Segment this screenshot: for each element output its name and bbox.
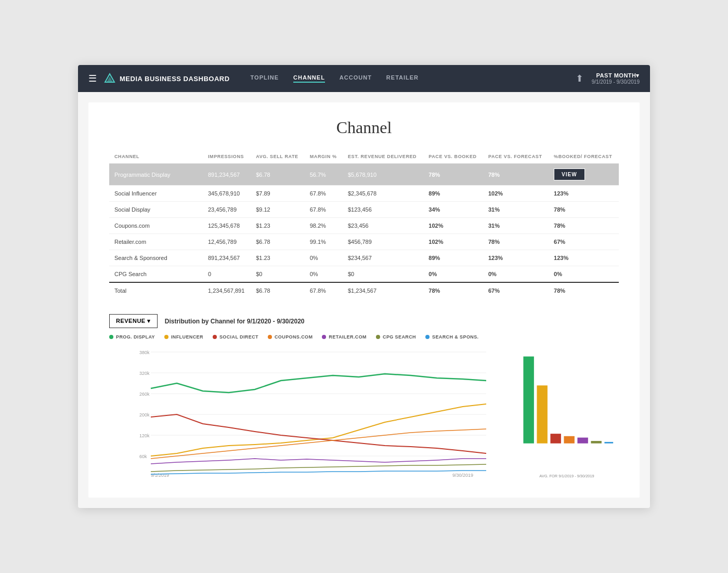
date-sub: 9/1/2019 - 9/30/2019 [592,79,640,85]
col-channel: CHANNEL [109,150,203,164]
app-container: ☰ MEDIA BUSINESS DASHBOARD TOPLINE CHANN… [78,65,650,508]
est-revenue: $5,678,910 [343,164,423,186]
pace-booked: 34% [423,202,483,218]
pace-forecast: 102% [483,186,549,202]
legend-label: SOCIAL DIRECT [219,334,258,340]
legend-dot [376,335,380,339]
col-est-revenue: EST. REVENUE DELIVERED [343,150,423,164]
svg-text:9/1/2019: 9/1/2019 [151,473,169,478]
impressions: 345,678,910 [203,186,251,202]
legend-dot [425,335,430,339]
distribution-label: Distribution by Channel for 9/1/2020 - 9… [165,318,305,325]
nav-channel[interactable]: CHANNEL [293,74,325,83]
pace-forecast: 123% [483,250,549,266]
view-btn-cell[interactable]: VIEW [549,164,619,186]
legend-item: SOCIAL DIRECT [213,334,258,340]
booked-forecast-cell: 0% [549,266,619,283]
export-icon[interactable]: ⬆ [576,73,583,84]
avg-sell-rate: $9.12 [251,202,304,218]
nav-account[interactable]: ACCOUNT [340,74,372,83]
margin: 0% [305,266,343,283]
line-chart-svg: 380k 320k 260k 200k 120k 60k 9/1/201 [109,347,504,482]
svg-rect-19 [564,436,574,444]
main-content: Channel CHANNEL IMPRESSIONS AVG. SELL RA… [88,102,640,498]
svg-rect-17 [537,385,547,443]
nav-right: ⬆ PAST MONTH▾ 9/1/2019 - 9/30/2019 [576,72,640,85]
svg-rect-20 [577,438,588,444]
pace-forecast: 31% [483,218,549,234]
svg-text:200k: 200k [139,412,150,418]
margin: 67.8% [305,186,343,202]
legend-label: RETAILER.COM [329,334,367,340]
est-revenue: $234,567 [343,250,423,266]
margin: 98.2% [305,218,343,234]
chart-legend: PROG. DISPLAY INFLUENCER SOCIAL DIRECT C… [109,334,619,340]
pace-booked: 102% [423,218,483,234]
legend-dot [213,335,217,339]
logo-icon [104,73,115,84]
pace-booked: 78% [423,282,483,298]
svg-rect-21 [591,441,601,444]
est-revenue: $23,456 [343,218,423,234]
booked-forecast-cell: 78% [549,218,619,234]
channel-name: Search & Sponsored [109,250,203,266]
col-margin: MARGIN % [305,150,343,164]
navbar: ☰ MEDIA BUSINESS DASHBOARD TOPLINE CHANN… [78,65,650,92]
date-range-display[interactable]: PAST MONTH▾ 9/1/2019 - 9/30/2019 [592,72,640,85]
channel-name: CPG Search [109,266,203,283]
impressions: 23,456,789 [203,202,251,218]
table-row: Total 1,234,567,891 $6.78 67.8% $1,234,5… [109,282,619,298]
impressions: 12,456,789 [203,234,251,250]
legend-item: PROG. DISPLAY [109,334,155,340]
avg-sell-rate: $0 [251,266,304,283]
date-label: PAST MONTH▾ [592,72,640,79]
table-row: Coupons.com 125,345,678 $1.23 98.2% $23,… [109,218,619,234]
margin: 56.7% [305,164,343,186]
col-impressions: IMPRESSIONS [203,150,251,164]
pace-forecast: 78% [483,234,549,250]
est-revenue: $0 [343,266,423,283]
booked-forecast-cell: 123% [549,186,619,202]
line-chart: 380k 320k 260k 200k 120k 60k 9/1/201 [109,347,504,482]
svg-text:320k: 320k [139,371,150,376]
channel-name: Programmatic Display [109,164,203,186]
impressions: 0 [203,266,251,283]
margin: 99.1% [305,234,343,250]
legend-item: SEARCH & SPONS. [425,334,479,340]
table-header-row: CHANNEL IMPRESSIONS AVG. SELL RATE MARGI… [109,150,619,164]
impressions: 125,345,678 [203,218,251,234]
channel-name: Coupons.com [109,218,203,234]
avg-sell-rate: $6.78 [251,164,304,186]
legend-item: INFLUENCER [164,334,203,340]
legend-label: SEARCH & SPONS. [432,334,479,340]
booked-forecast-cell: 67% [549,234,619,250]
legend-label: CPG SEARCH [383,334,416,340]
pace-booked: 89% [423,186,483,202]
bar-chart-svg: AVG. FOR 9/1/2019 - 9/30/2019 [515,347,619,482]
view-button[interactable]: VIEW [554,168,585,180]
avg-sell-rate: $7.89 [251,186,304,202]
hamburger-icon[interactable]: ☰ [88,73,97,84]
revenue-button[interactable]: REVENUE ▾ [109,314,158,328]
table-row: Retailer.com 12,456,789 $6.78 99.1% $456… [109,234,619,250]
svg-rect-18 [550,434,561,444]
table-row: CPG Search 0 $0 0% $0 0% 0% 0% [109,266,619,283]
legend-dot [164,335,168,339]
svg-text:120k: 120k [139,433,150,438]
chart-area: 380k 320k 260k 200k 120k 60k 9/1/201 [109,347,619,482]
pace-booked: 78% [423,164,483,186]
svg-text:260k: 260k [139,392,150,397]
table-row: Social Display 23,456,789 $9.12 67.8% $1… [109,202,619,218]
channel-table: CHANNEL IMPRESSIONS AVG. SELL RATE MARGI… [109,150,619,298]
est-revenue: $456,789 [343,234,423,250]
legend-dot [109,335,113,339]
channel-name: Total [109,282,203,298]
est-revenue: $123,456 [343,202,423,218]
pace-forecast: 0% [483,266,549,283]
impressions: 891,234,567 [203,164,251,186]
nav-topline[interactable]: TOPLINE [251,74,279,83]
nav-retailer[interactable]: RETAILER [386,74,419,83]
legend-item: COUPONS.COM [268,334,313,340]
booked-forecast-cell: 123% [549,250,619,266]
app-title: MEDIA BUSINESS DASHBOARD [120,75,230,83]
